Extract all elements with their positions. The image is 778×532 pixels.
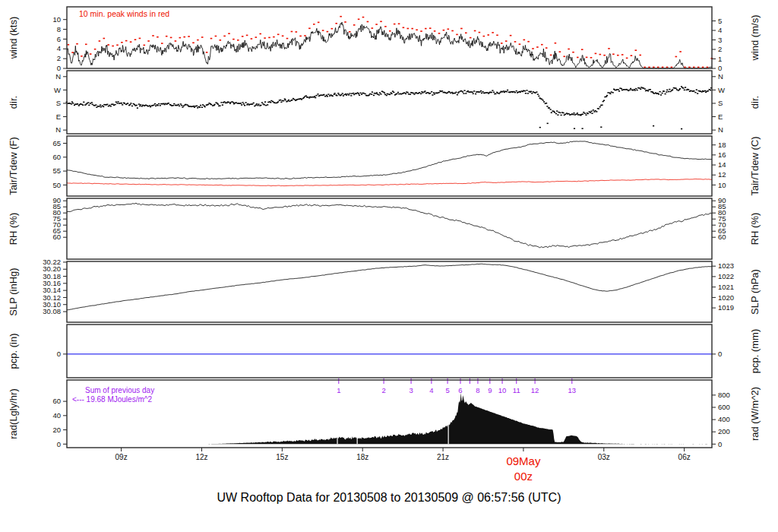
- x-axis: 09z12z15z18z21z09May00z03z06z: [115, 448, 691, 483]
- milestone-label: 13: [568, 386, 577, 394]
- tick-label: N: [718, 125, 723, 134]
- axis-title-left-rad: rad(Lgly/hr): [8, 388, 19, 439]
- milestone-label: 11: [513, 386, 520, 394]
- tick-label: N: [55, 72, 61, 81]
- tdew-line: [67, 179, 712, 186]
- milestone-label: 5: [445, 386, 449, 394]
- wind_avg-line: [67, 22, 712, 68]
- tick-label: 10: [52, 15, 61, 24]
- tick-label: 0: [57, 350, 61, 358]
- meteogram-page: { "footer": { "title": "UW Rooftop Data …: [0, 0, 778, 532]
- x-tick-label: 15z: [276, 453, 288, 461]
- tick-label: 0: [718, 350, 722, 358]
- milestone-label: 12: [531, 386, 539, 394]
- tick-label: 1: [718, 55, 722, 63]
- wind_peak_10min: [68, 16, 713, 68]
- panel-wind: 0246810012345wind (kts)wind (m/s)10 min.…: [8, 7, 761, 72]
- tair-line: [67, 141, 712, 179]
- panel-border: [67, 71, 712, 134]
- tick-label: 20: [52, 426, 61, 434]
- tick-label: 14: [718, 160, 726, 169]
- milestone-label: 9: [488, 386, 492, 394]
- panel-rh: 6065707580859060657075808590RH (%)RH (%): [8, 196, 761, 259]
- tick-label: E: [56, 112, 61, 121]
- tick-label: 4: [718, 26, 722, 34]
- panel-pcp: 00pcp. (in)pcp. (mm): [8, 325, 761, 378]
- tick-label: 30.22: [43, 258, 61, 266]
- wind_dir_dots: [66, 86, 713, 116]
- x-tick-label: 18z: [356, 453, 368, 461]
- tick-label: 8: [57, 25, 61, 33]
- tick-label: W: [54, 86, 61, 94]
- meteogram-chart: 0246810012345wind (kts)wind (m/s)10 min.…: [0, 0, 778, 532]
- chart-title: UW Rooftop Data for 20130508 to 20130509…: [0, 491, 778, 505]
- tick-label: 1021: [718, 283, 734, 291]
- x-tick-label: 09z: [115, 453, 128, 461]
- tick-label: 90: [718, 196, 726, 204]
- solar_rad-area: [67, 393, 712, 444]
- tick-label: 60: [52, 397, 61, 405]
- panel-border: [67, 136, 712, 196]
- panel-tair: 505560651012141618Tair/Tdew (F)Tair/Tdew…: [8, 136, 761, 196]
- milestone-label: 4: [429, 386, 433, 394]
- tick-label: 50: [52, 181, 61, 189]
- axis-title-right-wind: wind (m/s): [749, 15, 761, 62]
- milestone-label: 8: [476, 386, 479, 394]
- axis-title-right-slp: SLP (hPa): [749, 269, 761, 315]
- tick-label: N: [55, 125, 61, 134]
- tick-label: 1019: [718, 303, 734, 312]
- milestone-label: 2: [381, 386, 385, 394]
- tick-label: E: [718, 112, 723, 121]
- axis-title-right-pcp: pcp. (mm): [749, 329, 761, 374]
- panel-annotation: 10 min. peak winds in red: [79, 9, 169, 18]
- tick-label: 2: [57, 54, 61, 62]
- tick-label: W: [718, 86, 725, 94]
- axis-title-left-pcp: pcp. (in): [8, 334, 19, 369]
- tick-label: 65: [52, 139, 61, 147]
- tick-label: 3: [718, 36, 722, 44]
- tick-label: 800: [718, 391, 730, 399]
- tick-label: 0: [57, 440, 61, 448]
- axis-title-right-rad: rad (W/m^2): [749, 387, 761, 441]
- tick-label: 5: [718, 17, 722, 25]
- panel-annotation: <--- 19.68 MJoules/m^2: [72, 395, 152, 404]
- tick-label: 600: [718, 403, 730, 411]
- tick-label: 10: [718, 181, 726, 189]
- tick-label: S: [718, 99, 723, 107]
- axis-title-left-rh: RH (%): [8, 213, 19, 245]
- tick-label: 2: [718, 45, 722, 53]
- tick-label: 0: [57, 64, 61, 72]
- tick-label: N: [718, 72, 723, 81]
- tick-label: 40: [52, 411, 61, 420]
- tick-label: 0: [718, 64, 722, 72]
- tick-label: S: [56, 99, 61, 107]
- tick-label: 12: [718, 170, 726, 179]
- axis-title-left-tair: Tair/Tdew (F): [8, 137, 19, 195]
- tick-label: 400: [718, 415, 730, 423]
- wind_dir_outliers: [539, 123, 683, 130]
- panel-dir: NWSENNWSENdir.dir.: [8, 71, 761, 134]
- tick-label: 1023: [718, 261, 734, 270]
- axis-title-right-rh: RH (%): [749, 213, 761, 245]
- panel-border: [67, 325, 712, 378]
- tick-label: 90: [52, 196, 61, 204]
- x-tick-label: 03z: [598, 453, 610, 461]
- tick-label: 0: [718, 440, 722, 448]
- tick-label: 1020: [718, 293, 734, 302]
- milestone-label: 10: [498, 386, 507, 394]
- panel-rad: 02040600200400600800rad(Lgly/hr)rad (W/m…: [8, 378, 761, 448]
- rh-line: [67, 203, 712, 248]
- x-tick-label: 06z: [678, 453, 691, 461]
- axis-title-left-slp: SLP (inHg): [8, 268, 19, 315]
- axis-title-right-dir: dir.: [749, 96, 761, 109]
- tick-label: 1022: [718, 272, 734, 280]
- axis-title-left-dir: dir.: [8, 96, 19, 109]
- panel-annotation: Sum of previous day: [85, 386, 154, 394]
- tick-label: 55: [52, 166, 61, 175]
- x-tick-label: 21z: [437, 453, 449, 461]
- tick-label: 200: [718, 427, 730, 435]
- tick-label: 6: [57, 35, 61, 43]
- tick-label: 16: [718, 150, 726, 159]
- tick-label: 4: [57, 44, 61, 52]
- x-tick-label: 12z: [195, 453, 207, 461]
